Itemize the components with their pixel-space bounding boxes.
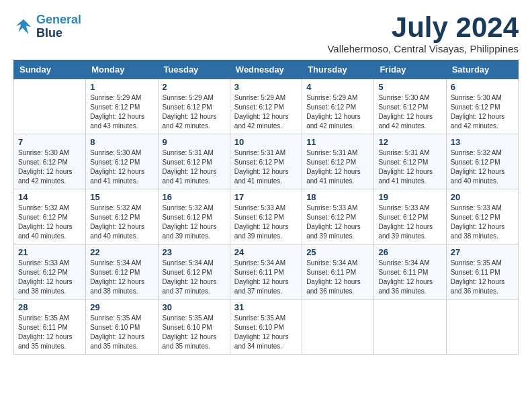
calendar-week-row: 14Sunrise: 5:32 AMSunset: 6:12 PMDayligh… (14, 189, 519, 244)
day-info: Sunrise: 5:29 AMSunset: 6:12 PMDaylight:… (306, 93, 369, 131)
day-info: Sunrise: 5:33 AMSunset: 6:12 PMDaylight:… (306, 203, 369, 241)
calendar-cell: 27Sunrise: 5:35 AMSunset: 6:11 PMDayligh… (446, 244, 518, 300)
day-info: Sunrise: 5:31 AMSunset: 6:12 PMDaylight:… (378, 148, 441, 186)
calendar-cell: 8Sunrise: 5:30 AMSunset: 6:12 PMDaylight… (86, 134, 158, 189)
logo-icon (13, 17, 34, 37)
month-title: July 2024 (327, 13, 519, 42)
calendar-cell: 3Sunrise: 5:29 AMSunset: 6:12 PMDaylight… (230, 79, 302, 134)
day-number: 16 (163, 192, 226, 202)
day-info: Sunrise: 5:34 AMSunset: 6:12 PMDaylight:… (90, 259, 153, 296)
day-info: Sunrise: 5:35 AMSunset: 6:11 PMDaylight:… (451, 259, 514, 296)
day-number: 25 (306, 247, 369, 257)
day-number: 8 (90, 137, 153, 147)
title-block: July 2024 Vallehermoso, Central Visayas,… (327, 13, 519, 54)
day-number: 24 (234, 247, 298, 257)
calendar-cell (14, 79, 86, 134)
calendar-cell: 30Sunrise: 5:35 AMSunset: 6:10 PMDayligh… (158, 300, 230, 355)
day-info: Sunrise: 5:34 AMSunset: 6:12 PMDaylight:… (163, 259, 226, 296)
calendar-week-row: 1Sunrise: 5:29 AMSunset: 6:12 PMDaylight… (14, 79, 519, 134)
day-info: Sunrise: 5:29 AMSunset: 6:12 PMDaylight:… (90, 93, 153, 131)
day-info: Sunrise: 5:30 AMSunset: 6:12 PMDaylight:… (378, 93, 441, 131)
logo: General Blue (13, 13, 81, 40)
day-number: 30 (163, 302, 226, 312)
day-number: 10 (234, 137, 298, 147)
day-number: 20 (451, 192, 514, 202)
day-number: 3 (234, 82, 298, 92)
calendar-cell: 2Sunrise: 5:29 AMSunset: 6:12 PMDaylight… (158, 79, 230, 134)
day-info: Sunrise: 5:33 AMSunset: 6:12 PMDaylight:… (234, 203, 298, 241)
calendar-cell: 20Sunrise: 5:33 AMSunset: 6:12 PMDayligh… (446, 189, 518, 244)
calendar-week-row: 28Sunrise: 5:35 AMSunset: 6:11 PMDayligh… (14, 300, 519, 355)
day-number: 14 (18, 192, 81, 202)
day-info: Sunrise: 5:32 AMSunset: 6:12 PMDaylight:… (18, 203, 81, 241)
calendar-cell: 31Sunrise: 5:35 AMSunset: 6:10 PMDayligh… (230, 300, 302, 355)
day-number: 13 (451, 137, 514, 147)
day-number: 27 (451, 247, 514, 257)
logo-text: General Blue (36, 13, 81, 40)
day-info: Sunrise: 5:32 AMSunset: 6:12 PMDaylight:… (163, 203, 226, 241)
calendar-cell: 22Sunrise: 5:34 AMSunset: 6:12 PMDayligh… (86, 244, 158, 300)
day-info: Sunrise: 5:29 AMSunset: 6:12 PMDaylight:… (234, 93, 298, 131)
day-number: 28 (18, 302, 81, 312)
day-number: 29 (90, 302, 153, 312)
day-info: Sunrise: 5:31 AMSunset: 6:12 PMDaylight:… (234, 148, 298, 186)
day-number: 7 (18, 137, 81, 147)
weekday-header: Thursday (302, 60, 374, 79)
weekday-header: Sunday (14, 60, 86, 79)
day-info: Sunrise: 5:35 AMSunset: 6:11 PMDaylight:… (18, 314, 81, 351)
day-number: 21 (18, 247, 81, 257)
calendar-cell: 5Sunrise: 5:30 AMSunset: 6:12 PMDaylight… (374, 79, 446, 134)
calendar-week-row: 21Sunrise: 5:33 AMSunset: 6:12 PMDayligh… (14, 244, 519, 300)
calendar-cell: 18Sunrise: 5:33 AMSunset: 6:12 PMDayligh… (302, 189, 374, 244)
calendar-cell: 17Sunrise: 5:33 AMSunset: 6:12 PMDayligh… (230, 189, 302, 244)
calendar-cell: 11Sunrise: 5:31 AMSunset: 6:12 PMDayligh… (302, 134, 374, 189)
day-info: Sunrise: 5:34 AMSunset: 6:11 PMDaylight:… (378, 259, 441, 296)
calendar-cell: 15Sunrise: 5:32 AMSunset: 6:12 PMDayligh… (86, 189, 158, 244)
day-info: Sunrise: 5:30 AMSunset: 6:12 PMDaylight:… (18, 148, 81, 186)
calendar-cell: 29Sunrise: 5:35 AMSunset: 6:10 PMDayligh… (86, 300, 158, 355)
day-number: 17 (234, 192, 298, 202)
day-number: 19 (378, 192, 441, 202)
day-number: 9 (163, 137, 226, 147)
day-info: Sunrise: 5:34 AMSunset: 6:11 PMDaylight:… (306, 259, 369, 296)
day-info: Sunrise: 5:30 AMSunset: 6:12 PMDaylight:… (451, 93, 514, 131)
day-number: 22 (90, 247, 153, 257)
calendar-cell: 6Sunrise: 5:30 AMSunset: 6:12 PMDaylight… (446, 79, 518, 134)
svg-marker-0 (16, 19, 32, 35)
weekday-header: Friday (374, 60, 446, 79)
calendar-cell: 7Sunrise: 5:30 AMSunset: 6:12 PMDaylight… (14, 134, 86, 189)
day-info: Sunrise: 5:35 AMSunset: 6:10 PMDaylight:… (163, 314, 226, 351)
day-info: Sunrise: 5:30 AMSunset: 6:12 PMDaylight:… (90, 148, 153, 186)
day-info: Sunrise: 5:33 AMSunset: 6:12 PMDaylight:… (378, 203, 441, 241)
day-info: Sunrise: 5:35 AMSunset: 6:10 PMDaylight:… (234, 314, 298, 351)
day-info: Sunrise: 5:33 AMSunset: 6:12 PMDaylight:… (451, 203, 514, 241)
calendar-cell: 10Sunrise: 5:31 AMSunset: 6:12 PMDayligh… (230, 134, 302, 189)
calendar-cell: 26Sunrise: 5:34 AMSunset: 6:11 PMDayligh… (374, 244, 446, 300)
weekday-header: Saturday (446, 60, 518, 79)
calendar-cell (374, 300, 446, 355)
calendar-cell: 25Sunrise: 5:34 AMSunset: 6:11 PMDayligh… (302, 244, 374, 300)
day-info: Sunrise: 5:31 AMSunset: 6:12 PMDaylight:… (306, 148, 369, 186)
calendar-cell (302, 300, 374, 355)
calendar-cell: 4Sunrise: 5:29 AMSunset: 6:12 PMDaylight… (302, 79, 374, 134)
day-info: Sunrise: 5:34 AMSunset: 6:11 PMDaylight:… (234, 259, 298, 296)
day-number: 1 (90, 82, 153, 92)
location-subtitle: Vallehermoso, Central Visayas, Philippin… (327, 43, 519, 54)
calendar-cell: 1Sunrise: 5:29 AMSunset: 6:12 PMDaylight… (86, 79, 158, 134)
calendar-cell: 21Sunrise: 5:33 AMSunset: 6:12 PMDayligh… (14, 244, 86, 300)
calendar-cell: 24Sunrise: 5:34 AMSunset: 6:11 PMDayligh… (230, 244, 302, 300)
day-info: Sunrise: 5:29 AMSunset: 6:12 PMDaylight:… (163, 93, 226, 131)
calendar-cell: 12Sunrise: 5:31 AMSunset: 6:12 PMDayligh… (374, 134, 446, 189)
day-number: 5 (378, 82, 441, 92)
weekday-header-row: SundayMondayTuesdayWednesdayThursdayFrid… (14, 60, 519, 79)
day-number: 6 (451, 82, 514, 92)
day-info: Sunrise: 5:32 AMSunset: 6:12 PMDaylight:… (90, 203, 153, 241)
calendar-cell: 13Sunrise: 5:32 AMSunset: 6:12 PMDayligh… (446, 134, 518, 189)
calendar-cell (446, 300, 518, 355)
day-info: Sunrise: 5:33 AMSunset: 6:12 PMDaylight:… (18, 259, 81, 296)
day-info: Sunrise: 5:32 AMSunset: 6:12 PMDaylight:… (451, 148, 514, 186)
calendar-cell: 16Sunrise: 5:32 AMSunset: 6:12 PMDayligh… (158, 189, 230, 244)
calendar-cell: 23Sunrise: 5:34 AMSunset: 6:12 PMDayligh… (158, 244, 230, 300)
calendar-cell: 19Sunrise: 5:33 AMSunset: 6:12 PMDayligh… (374, 189, 446, 244)
day-number: 26 (378, 247, 441, 257)
